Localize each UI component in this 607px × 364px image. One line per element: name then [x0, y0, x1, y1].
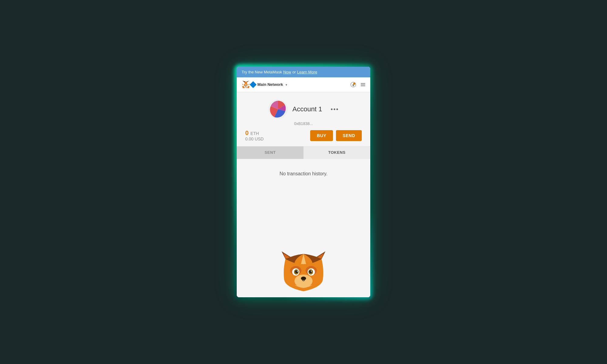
svg-rect-31: [353, 86, 354, 86]
svg-point-45: [297, 271, 298, 271]
svg-marker-27: [242, 83, 244, 85]
svg-point-49: [311, 271, 312, 271]
svg-marker-3: [242, 86, 245, 88]
banner-link-learn[interactable]: Learn More: [297, 70, 317, 74]
eth-amount-value: 0: [245, 130, 249, 136]
account-section: Account 1 ••• 0xB1838... 0 ETH 0.00 USD: [237, 92, 370, 146]
app-container: Try the New MetaMask Now or Learn More: [237, 67, 370, 297]
empty-state-message: No transaction history.: [280, 171, 327, 177]
svg-marker-2: [247, 86, 249, 88]
account-info: Account 1: [293, 105, 322, 113]
tab-sent[interactable]: SENT: [237, 147, 304, 159]
banner-link-now[interactable]: Now: [283, 70, 291, 74]
eth-label: ETH: [250, 131, 259, 136]
metamask-logo-icon: [241, 80, 251, 89]
account-address[interactable]: 0xB1838...: [294, 121, 313, 126]
action-buttons: BUY SEND: [310, 130, 362, 141]
network-name: Main Network: [257, 82, 283, 87]
svg-marker-24: [242, 81, 246, 83]
header-actions: [350, 82, 366, 88]
hamburger-menu-icon[interactable]: [360, 82, 366, 88]
usd-currency: USD: [255, 136, 264, 141]
banner-text-prefix: Try the New MetaMask: [242, 70, 282, 74]
tab-bar: SENT TOKENS: [237, 146, 370, 159]
network-diamond-icon: [250, 81, 257, 88]
metamask-popup: Try the New MetaMask Now or Learn More: [237, 67, 370, 297]
send-button[interactable]: SEND: [336, 130, 362, 141]
svg-point-51: [301, 277, 306, 280]
content-area: No transaction history.: [237, 159, 370, 297]
header: Main Network ▾: [237, 77, 370, 92]
balance-row: 0 ETH 0.00 USD BUY SEND: [243, 130, 364, 141]
account-name: Account 1: [293, 105, 322, 113]
network-selector[interactable]: Main Network ▾: [251, 82, 350, 87]
account-options-button[interactable]: •••: [331, 106, 339, 113]
account-avatar: [268, 99, 288, 119]
notification-icon[interactable]: [350, 82, 356, 88]
tab-tokens[interactable]: TOKENS: [304, 147, 370, 159]
svg-rect-33: [361, 84, 365, 85]
balance-display: 0 ETH 0.00 USD: [245, 130, 264, 141]
eth-balance: 0 ETH: [245, 130, 264, 136]
promo-banner: Try the New MetaMask Now or Learn More: [237, 67, 370, 77]
svg-marker-23: [246, 86, 246, 86]
fox-illustration: [276, 249, 331, 297]
usd-amount-value: 0.00: [245, 136, 253, 141]
svg-rect-32: [361, 83, 365, 84]
chevron-down-icon: ▾: [286, 83, 287, 86]
fox-mascot-icon: [278, 249, 329, 297]
banner-text-middle: or: [292, 70, 296, 74]
buy-button[interactable]: BUY: [310, 130, 333, 141]
usd-balance: 0.00 USD: [245, 136, 264, 141]
account-row: Account 1 •••: [243, 99, 364, 119]
svg-marker-14: [246, 86, 246, 88]
svg-rect-34: [361, 86, 365, 86]
